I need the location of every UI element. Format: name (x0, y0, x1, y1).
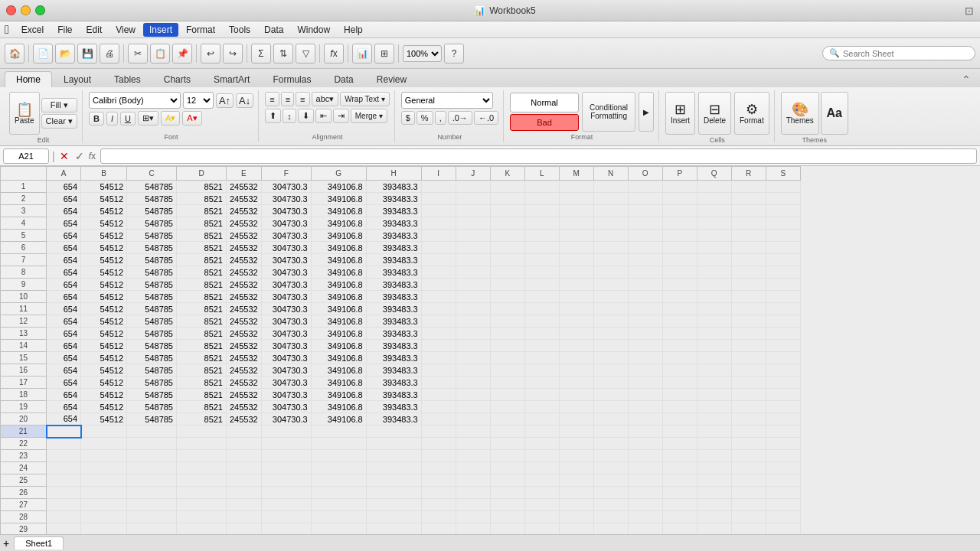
cell-G20[interactable]: 349106.8 (311, 413, 366, 425)
cell-H11[interactable]: 393483.3 (366, 303, 421, 315)
font-name-select[interactable]: Calibri (Body) Arial Times New Roman (89, 92, 181, 109)
cell-Q23[interactable] (697, 450, 731, 462)
cell-F7[interactable]: 304730.3 (261, 254, 311, 266)
cell-C25[interactable] (127, 474, 177, 487)
cell-L6[interactable] (524, 242, 559, 254)
cell-S22[interactable] (766, 438, 800, 450)
cell-L8[interactable] (524, 266, 559, 279)
cell-A22[interactable] (47, 438, 81, 450)
cell-F23[interactable] (261, 450, 311, 462)
cell-K21[interactable] (490, 425, 524, 438)
cell-M11[interactable] (559, 303, 593, 315)
cell-H28[interactable] (366, 511, 421, 523)
cell-C8[interactable]: 548785 (127, 266, 177, 279)
cell-O10[interactable] (628, 291, 662, 303)
cell-I25[interactable] (421, 474, 456, 487)
cell-B2[interactable]: 54512 (81, 193, 127, 205)
cell-D3[interactable]: 8521 (177, 205, 227, 217)
cell-E10[interactable]: 245532 (227, 291, 262, 303)
cell-S4[interactable] (766, 217, 800, 230)
cell-B10[interactable]: 54512 (81, 291, 127, 303)
cell-P11[interactable] (662, 303, 697, 315)
cell-F11[interactable]: 304730.3 (261, 303, 311, 315)
cell-C19[interactable]: 548785 (127, 401, 177, 413)
cell-J6[interactable] (456, 242, 490, 254)
increase-font-button[interactable]: A↑ (216, 93, 234, 108)
col-header-J[interactable]: J (456, 167, 490, 181)
cell-M27[interactable] (559, 499, 593, 511)
cell-O12[interactable] (628, 315, 662, 328)
cell-J20[interactable] (456, 413, 490, 425)
cell-H10[interactable]: 393483.3 (366, 291, 421, 303)
cell-R11[interactable] (731, 303, 766, 315)
cell-G11[interactable]: 349106.8 (311, 303, 366, 315)
cell-L4[interactable] (524, 217, 559, 230)
formula-confirm-icon[interactable]: ✓ (74, 150, 86, 162)
cell-G19[interactable]: 349106.8 (311, 401, 366, 413)
cell-C5[interactable]: 548785 (127, 230, 177, 242)
cell-F8[interactable]: 304730.3 (261, 266, 311, 279)
cell-R8[interactable] (731, 266, 766, 279)
cell-J14[interactable] (456, 340, 490, 352)
cell-N3[interactable] (593, 205, 628, 217)
cell-N14[interactable] (593, 340, 628, 352)
cell-P1[interactable] (662, 181, 697, 193)
cell-F15[interactable]: 304730.3 (261, 352, 311, 364)
cell-D24[interactable] (177, 462, 227, 474)
cell-I10[interactable] (421, 291, 456, 303)
cell-S15[interactable] (766, 352, 800, 364)
col-header-S[interactable]: S (766, 167, 800, 181)
cell-G14[interactable]: 349106.8 (311, 340, 366, 352)
cell-K12[interactable] (490, 315, 524, 328)
cell-A2[interactable]: 654 (47, 193, 81, 205)
cell-F13[interactable]: 304730.3 (261, 328, 311, 340)
cell-I6[interactable] (421, 242, 456, 254)
cell-I1[interactable] (421, 181, 456, 193)
col-header-Q[interactable]: Q (697, 167, 731, 181)
highlight-button[interactable]: A▾ (161, 111, 180, 126)
fill-button[interactable]: Fill ▾ (41, 98, 77, 112)
cell-Q12[interactable] (697, 315, 731, 328)
grid-scroll[interactable]: ABCDEFGHIJKLMNOPQRS 16545451254878585212… (0, 166, 980, 534)
paste-button[interactable]: 📌 (172, 44, 192, 64)
cell-Q8[interactable] (697, 266, 731, 279)
font-size-select[interactable]: 12 10 11 14 16 (183, 92, 214, 109)
cell-L19[interactable] (524, 401, 559, 413)
maximize-button[interactable] (35, 5, 45, 15)
cell-F29[interactable] (261, 523, 311, 535)
cell-R27[interactable] (731, 499, 766, 511)
cell-D29[interactable] (177, 523, 227, 535)
cell-A11[interactable]: 654 (47, 303, 81, 315)
cell-F5[interactable]: 304730.3 (261, 230, 311, 242)
cell-J29[interactable] (456, 523, 490, 535)
cell-J2[interactable] (456, 193, 490, 205)
cell-H19[interactable]: 393483.3 (366, 401, 421, 413)
cell-E14[interactable]: 245532 (227, 340, 262, 352)
cell-F16[interactable]: 304730.3 (261, 364, 311, 377)
cell-O21[interactable] (628, 425, 662, 438)
cell-D2[interactable]: 8521 (177, 193, 227, 205)
cell-N23[interactable] (593, 450, 628, 462)
cell-N28[interactable] (593, 511, 628, 523)
cell-P13[interactable] (662, 328, 697, 340)
format-cell-button[interactable]: ⚙ Format (734, 92, 769, 135)
function-button[interactable]: fx (324, 44, 344, 64)
cell-E25[interactable] (227, 474, 262, 487)
valign-mid-button[interactable]: ↕ (283, 109, 296, 123)
cell-C29[interactable] (127, 523, 177, 535)
cell-C22[interactable] (127, 438, 177, 450)
cell-I5[interactable] (421, 230, 456, 242)
cell-H14[interactable]: 393483.3 (366, 340, 421, 352)
col-header-G[interactable]: G (311, 167, 366, 181)
menu-file[interactable]: File (51, 23, 78, 37)
cell-S24[interactable] (766, 462, 800, 474)
cell-F26[interactable] (261, 487, 311, 499)
cell-J21[interactable] (456, 425, 490, 438)
cell-G16[interactable]: 349106.8 (311, 364, 366, 377)
cell-O3[interactable] (628, 205, 662, 217)
cell-E29[interactable] (227, 523, 262, 535)
cell-H12[interactable]: 393483.3 (366, 315, 421, 328)
cell-B1[interactable]: 54512 (81, 181, 127, 193)
cell-N7[interactable] (593, 254, 628, 266)
cell-C14[interactable]: 548785 (127, 340, 177, 352)
